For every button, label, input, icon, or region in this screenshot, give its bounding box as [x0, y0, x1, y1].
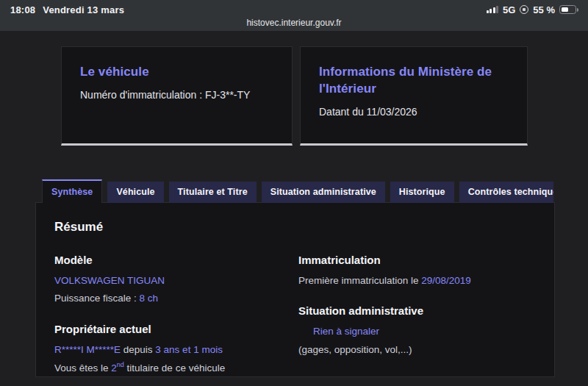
fiscal-power-line: Puissance fiscale : 8 ch: [54, 291, 298, 306]
summary-cards: Le véhicule Numéro d'immatriculation : F…: [61, 46, 528, 146]
tab-titulaire-et-titre[interactable]: Titulaire et Titre: [169, 182, 257, 203]
status-bar: 18:08 Vendredi 13 mars 5G 55 %: [0, 0, 588, 16]
address-bar[interactable]: histovec.interieur.gouv.fr: [0, 16, 588, 29]
registration-heading: Immatriculation: [298, 254, 536, 266]
owner-line: R*****I M*****E depuis 3 ans et 1 mois: [54, 343, 298, 357]
ministry-card-date: Datant du 11/03/2026: [319, 106, 509, 118]
left-column: Modèle VOLKSWAGEN TIGUAN Puissance fisca…: [54, 254, 298, 379]
owner-name: R*****I M*****E: [54, 344, 121, 355]
admin-status-heading: Situation administrative: [298, 304, 536, 317]
vehicle-card: Le véhicule Numéro d'immatriculation : F…: [61, 46, 293, 146]
admin-status-note: (gages, opposition, vol,...): [298, 343, 536, 357]
network-type-label: 5G: [503, 4, 515, 15]
status-left: 18:08 Vendredi 13 mars: [10, 4, 124, 15]
admin-status-value: Rien à signaler: [298, 324, 536, 339]
first-registration-line: Première immatriculation le 29/08/2019: [298, 274, 536, 288]
battery-fill: [562, 7, 569, 12]
model-name: VOLKSWAGEN TIGUAN: [54, 274, 298, 288]
fiscal-power-label: Puissance fiscale :: [54, 293, 140, 304]
battery-icon: [559, 5, 576, 14]
browser-chrome: 18:08 Vendredi 13 mars 5G 55 % histovec.…: [0, 0, 588, 31]
tab-historique[interactable]: Historique: [390, 182, 454, 203]
clock: 18:08: [10, 4, 35, 15]
cellular-signal-icon: [487, 6, 499, 13]
vehicle-registration-number: Numéro d'immatriculation : FJ-3**-TY: [80, 89, 273, 101]
battery-percent-label: 55 %: [533, 4, 555, 15]
panel-columns: Modèle VOLKSWAGEN TIGUAN Puissance fisca…: [54, 254, 536, 379]
tab-vehicule[interactable]: Véhicule: [107, 182, 163, 203]
vehicle-card-title: Le véhicule: [80, 64, 273, 81]
url-text: histovec.interieur.gouv.fr: [246, 18, 341, 28]
holder-rank: 2: [111, 362, 117, 373]
status-right: 5G 55 %: [487, 4, 578, 15]
tab-synthese[interactable]: Synthèse: [42, 179, 102, 203]
holder-ordinal: nd: [117, 361, 124, 368]
synthese-panel: Résumé Modèle VOLKSWAGEN TIGUAN Puissanc…: [35, 202, 555, 377]
right-column: Immatriculation Première immatriculation…: [298, 254, 536, 379]
tab-controles-techniques[interactable]: Contrôles techniques: [459, 182, 553, 203]
date: Vendredi 13 mars: [43, 4, 124, 15]
ministry-card: Informations du Ministère de l'Intérieur…: [300, 46, 528, 146]
orientation-lock-icon: [520, 5, 528, 14]
tab-situation-administrative[interactable]: Situation administrative: [262, 182, 385, 203]
owner-duration: 3 ans et 1 mois: [155, 344, 223, 355]
holder-rank-line: Vous êtes le 2nd titulaire de ce véhicul…: [54, 360, 298, 376]
panel-heading: Résumé: [54, 220, 536, 235]
tab-bar: Synthèse Véhicule Titulaire et Titre Sit…: [42, 179, 553, 203]
model-heading: Modèle: [54, 254, 298, 266]
fiscal-power-value: 8 ch: [140, 293, 159, 304]
ministry-card-title: Informations du Ministère de l'Intérieur: [319, 64, 509, 98]
first-registration-date: 29/08/2019: [421, 275, 471, 286]
owner-heading: Propriétaire actuel: [54, 323, 298, 335]
